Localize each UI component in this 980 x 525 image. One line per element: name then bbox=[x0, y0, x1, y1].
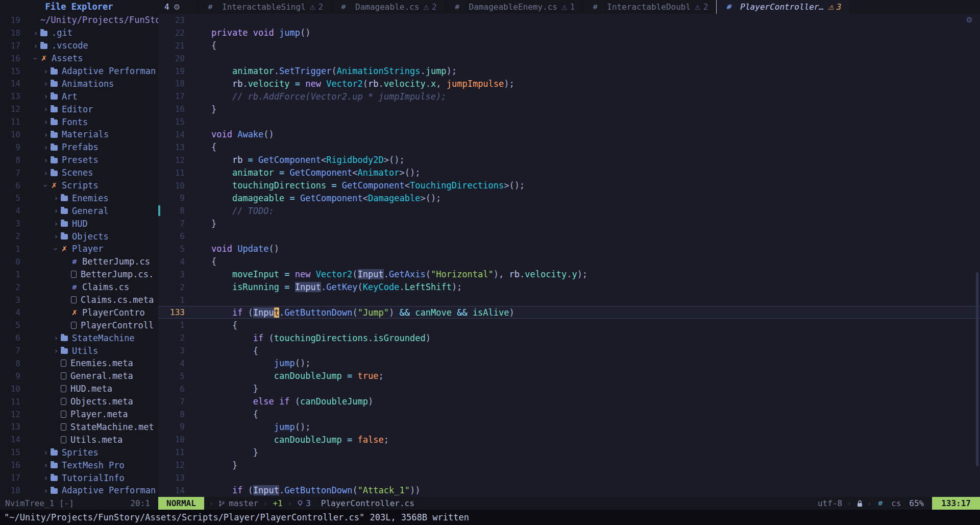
chevron-right-icon[interactable]: › bbox=[43, 460, 51, 470]
code-line[interactable]: 10 canDoubleJump = false; bbox=[158, 433, 980, 446]
code-line[interactable]: 11 } bbox=[158, 446, 980, 459]
code-line[interactable]: 1 bbox=[158, 294, 980, 306]
tree-item[interactable]: 11Objects.meta bbox=[0, 395, 158, 408]
code-line[interactable]: 10 touchingDirections = GetComponent<Tou… bbox=[158, 179, 980, 192]
chevron-right-icon[interactable]: › bbox=[54, 346, 61, 355]
code-line[interactable]: 13 { bbox=[158, 141, 980, 154]
chevron-right-icon[interactable]: › bbox=[43, 130, 51, 139]
tree-item[interactable]: 0BetterJump.cs bbox=[0, 255, 158, 268]
tab[interactable]: Damageable.cs2 bbox=[331, 0, 445, 14]
code-line[interactable]: 11 animator = GetComponent<Animator>(); bbox=[158, 166, 980, 179]
code-line[interactable]: 12 rb = GetComponent<Rigidbody2D>(); bbox=[158, 154, 980, 166]
tree-item[interactable]: 4›General bbox=[0, 204, 158, 217]
code-line[interactable]: 8 // TODO: bbox=[158, 204, 980, 217]
tree-item[interactable]: 14Utils.meta bbox=[0, 433, 158, 446]
code-line-current[interactable]: 133 if (Input.GetButtonDown("Jump") && c… bbox=[158, 306, 980, 319]
chevron-down-icon[interactable]: › bbox=[33, 54, 40, 63]
tree-item[interactable]: 17›.vscode bbox=[0, 39, 158, 52]
chevron-right-icon[interactable]: › bbox=[33, 41, 40, 51]
code-line[interactable]: 17 // rb.AddForce(Vector2.up * jumpImpul… bbox=[158, 90, 980, 103]
chevron-right-icon[interactable]: › bbox=[43, 91, 51, 101]
code-line[interactable]: 16 } bbox=[158, 103, 980, 115]
code-line[interactable]: 7 else if (canDoubleJump) bbox=[158, 395, 980, 408]
code-line[interactable]: 5 void Update() bbox=[158, 243, 980, 255]
tree-item[interactable]: 9›Prefabs bbox=[0, 141, 158, 154]
code-line[interactable]: 4 { bbox=[158, 255, 980, 268]
tab[interactable]: InteractableDoubl2 bbox=[583, 0, 716, 14]
code-line[interactable]: 18 rb.velocity = new Vector2(rb.velocity… bbox=[158, 77, 980, 90]
tree-item[interactable]: 8Enemies.meta bbox=[0, 357, 158, 370]
code-line[interactable]: 23 bbox=[158, 14, 980, 27]
code-line[interactable]: 8 { bbox=[158, 408, 980, 421]
code-line[interactable]: 22 private void jump() bbox=[158, 27, 980, 39]
tree-item[interactable]: 19~/Unity/Projects/FunStor bbox=[0, 14, 158, 27]
code-line[interactable]: 6 bbox=[158, 230, 980, 243]
code-line[interactable]: 3 { bbox=[158, 344, 980, 357]
chevron-right-icon[interactable]: › bbox=[43, 117, 51, 127]
tab[interactable]: InteractableSingl2 bbox=[198, 0, 331, 14]
chevron-right-icon[interactable]: › bbox=[54, 193, 61, 203]
tree-item[interactable]: 2Claims.cs bbox=[0, 281, 158, 294]
tree-item[interactable]: 6›StateMachine bbox=[0, 331, 158, 344]
tree-item[interactable]: 6›Scripts bbox=[0, 179, 158, 192]
code-area[interactable]: 2322 private void jump()21 {2019 animato… bbox=[158, 14, 980, 497]
tab[interactable]: PlayerController…3 bbox=[716, 0, 849, 14]
tree-item[interactable]: 18›Adaptive Performan bbox=[0, 484, 158, 497]
tree-item[interactable]: 3›HUD bbox=[0, 217, 158, 230]
tree-item[interactable]: 8›Presets bbox=[0, 154, 158, 166]
code-line[interactable]: 5 canDoubleJump = true; bbox=[158, 370, 980, 383]
code-line[interactable]: 3 moveInput = new Vector2(Input.GetAxis(… bbox=[158, 268, 980, 281]
tree-item[interactable]: 7›Scenes bbox=[0, 166, 158, 179]
chevron-right-icon[interactable]: › bbox=[43, 473, 51, 483]
chevron-right-icon[interactable]: › bbox=[33, 28, 40, 38]
code-line[interactable]: 2 isRunning = Input.GetKey(KeyCode.LeftS… bbox=[158, 281, 980, 294]
tree-item[interactable]: 17›TutorialInfo bbox=[0, 471, 158, 484]
code-line[interactable]: 21 { bbox=[158, 39, 980, 52]
code-line[interactable]: 19 animator.SetTrigger(AnimationStrings.… bbox=[158, 65, 980, 78]
tree-item[interactable]: 3Claims.cs.meta bbox=[0, 294, 158, 306]
chevron-right-icon[interactable]: › bbox=[54, 231, 61, 241]
chevron-right-icon[interactable]: › bbox=[54, 219, 61, 228]
gear-icon[interactable]: ⚙ bbox=[174, 3, 180, 12]
code-line[interactable]: 4 jump(); bbox=[158, 357, 980, 370]
command-line[interactable]: "~/Unity/Projects/FunStory/Assets/Script… bbox=[0, 510, 980, 525]
code-line[interactable]: 12 } bbox=[158, 459, 980, 471]
tree-item[interactable]: 12›Editor bbox=[0, 103, 158, 115]
code-line[interactable]: 14 void Awake() bbox=[158, 128, 980, 141]
tree-item[interactable]: 2›Objects bbox=[0, 230, 158, 243]
tree-item[interactable]: 18›.git bbox=[0, 27, 158, 39]
tab[interactable]: DamageableEnemy.cs1 bbox=[445, 0, 583, 14]
chevron-down-icon[interactable]: › bbox=[54, 244, 61, 254]
code-line[interactable]: 14 if (Input.GetButtonDown("Attack_1")) bbox=[158, 484, 980, 497]
code-line[interactable]: 15 bbox=[158, 115, 980, 128]
chevron-right-icon[interactable]: › bbox=[54, 333, 61, 343]
tree-item[interactable]: 12Player.meta bbox=[0, 408, 158, 421]
chevron-right-icon[interactable]: › bbox=[43, 155, 51, 165]
chevron-right-icon[interactable]: › bbox=[43, 447, 51, 457]
chevron-right-icon[interactable]: › bbox=[43, 104, 51, 114]
tree-item[interactable]: 14›Animations bbox=[0, 77, 158, 90]
tree-item[interactable]: 7›Utils bbox=[0, 344, 158, 357]
code-line[interactable]: 9 jump(); bbox=[158, 421, 980, 434]
tree-item[interactable]: 15›Adaptive Performan bbox=[0, 65, 158, 78]
tree-item[interactable]: 1BetterJump.cs. bbox=[0, 268, 158, 281]
tree-item[interactable]: 13StateMachine.met bbox=[0, 421, 158, 434]
scrollbar-thumb[interactable] bbox=[976, 272, 978, 466]
diagnostics[interactable]: 3 bbox=[297, 498, 311, 508]
tree-item[interactable]: 10›Materials bbox=[0, 128, 158, 141]
tree-item[interactable]: 5PlayerControll bbox=[0, 319, 158, 331]
tree-item[interactable]: 16›TextMesh Pro bbox=[0, 459, 158, 471]
chevron-right-icon[interactable]: › bbox=[43, 79, 51, 88]
code-line[interactable]: 2 if (touchingDirections.isGrounded) bbox=[158, 331, 980, 344]
chevron-right-icon[interactable]: › bbox=[43, 66, 51, 76]
chevron-right-icon[interactable]: › bbox=[43, 168, 51, 178]
code-line[interactable]: 6 } bbox=[158, 383, 980, 395]
code-line[interactable]: 20 bbox=[158, 52, 980, 65]
chevron-down-icon[interactable]: › bbox=[43, 181, 51, 190]
code-line[interactable]: 13 bbox=[158, 471, 980, 484]
code-line[interactable]: 1 { bbox=[158, 319, 980, 331]
git-branch[interactable]: master bbox=[218, 498, 258, 508]
tree-item[interactable]: 9General.meta bbox=[0, 370, 158, 383]
tree-item[interactable]: 16›Assets bbox=[0, 52, 158, 65]
tree-item[interactable]: 4PlayerContro bbox=[0, 306, 158, 319]
